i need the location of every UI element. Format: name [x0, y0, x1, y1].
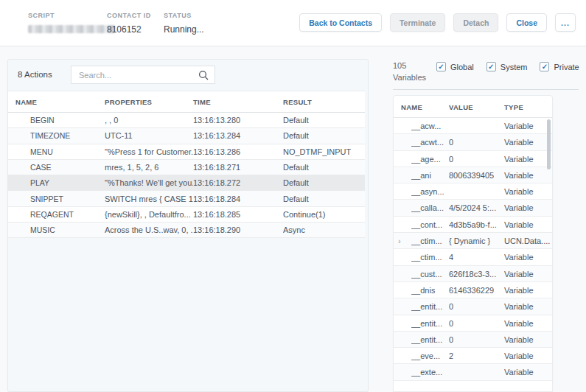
action-row[interactable]: SNIPPETSWITCH mres { CASE 1 {...13:16:18… — [8, 191, 365, 206]
filter-system[interactable]: ✓System — [486, 62, 528, 71]
variable-cell: __cust... — [411, 270, 442, 279]
actions-table-header: NAME PROPERTIES TIME RESULT — [8, 91, 365, 113]
variables-filters: ✓Global✓System✓Private — [436, 62, 579, 71]
variable-row[interactable]: __ani8006339405Variable — [394, 167, 552, 183]
variable-cell: Variable — [504, 270, 534, 279]
more-options-button[interactable]: ... — [555, 13, 576, 32]
action-cell: MENU — [8, 147, 105, 156]
script-label: SCRIPT — [28, 12, 115, 19]
variable-cell: __ani — [411, 171, 431, 180]
column-header-result: RESULT — [283, 98, 365, 106]
variable-cell: __cont... — [411, 220, 442, 229]
actions-count: 8 Actions — [18, 70, 52, 79]
variable-cell: __asyn... — [411, 187, 444, 196]
variable-cell: __eve... — [411, 351, 440, 360]
variable-cell: 6146336229 — [449, 286, 494, 295]
variable-cell: 626f18c3-3... — [449, 270, 496, 279]
variable-row[interactable]: __entit...0Variable — [394, 315, 552, 332]
action-cell: Continue(1) — [283, 210, 365, 219]
variable-row[interactable]: __exte...Variable — [394, 364, 552, 380]
variable-row[interactable]: __eve...2Variable — [394, 348, 552, 364]
variable-row[interactable]: __asyn...Variable — [394, 183, 552, 200]
variable-row[interactable]: __entit...0Variable — [394, 298, 552, 315]
variable-row[interactable]: __ctim...4Variable — [394, 249, 552, 265]
variable-cell: __entit... — [411, 302, 442, 311]
action-cell: CASE — [8, 163, 105, 172]
variable-cell: __calla... — [411, 203, 444, 212]
variable-row[interactable]: __calla...4/5/2024 5:...Variable — [394, 200, 552, 216]
variable-cell: Variable — [504, 335, 534, 344]
variable-row[interactable]: ›__ctim...{ Dynamic }UCN.Data.... — [394, 233, 552, 249]
action-cell: "%Press 1 for Customer... — [105, 147, 193, 156]
variable-row[interactable]: __acwt...0Variable — [394, 134, 552, 150]
filter-label: Global — [450, 63, 474, 71]
checkbox-icon[interactable]: ✓ — [486, 62, 496, 71]
variable-cell: Variable — [504, 155, 534, 164]
variable-row[interactable]: __cust...626f18c3-3...Variable — [394, 266, 552, 282]
variable-cell: Variable — [504, 171, 534, 180]
filter-label: Private — [554, 63, 579, 71]
script-name-redacted — [28, 25, 115, 33]
action-row[interactable]: MUSICAcross the U.S..wav, 0, ...13:16:18… — [8, 223, 365, 238]
variable-cell: __age... — [411, 155, 441, 164]
variable-cell: 0 — [449, 319, 453, 328]
status-label: STATUS — [164, 12, 204, 19]
terminate-button[interactable]: Terminate — [390, 13, 445, 32]
close-button[interactable]: Close — [506, 13, 547, 32]
status-value: Running... — [164, 24, 204, 35]
checkbox-icon[interactable]: ✓ — [436, 62, 446, 71]
variables-count: 105 Variables — [393, 60, 426, 84]
column-header-time: TIME — [193, 98, 283, 106]
variable-row[interactable]: __age...0Variable — [394, 151, 552, 167]
action-row[interactable]: TIMEZONEUTC-1113:16:13.284Default — [8, 128, 365, 144]
column-header-value: VALUE — [449, 103, 473, 111]
variable-cell: 0 — [449, 155, 453, 164]
variable-cell: __ctim... — [411, 253, 442, 262]
variable-cell: __acw... — [411, 122, 441, 130]
actions-toolbar: 8 Actions — [8, 60, 368, 91]
action-cell: SWITCH mres { CASE 1 {... — [105, 195, 193, 203]
action-row[interactable]: BEGIN, , 013:16:13.280Default — [8, 113, 365, 128]
variable-cell: __acwt... — [411, 138, 444, 147]
scrollbar-thumb[interactable] — [547, 119, 551, 169]
expand-chevron-icon[interactable]: › — [398, 237, 401, 245]
action-cell: UTC-11 — [105, 131, 193, 140]
action-cell: "%Thanks! We'll get you... — [105, 178, 193, 187]
variables-table-header: NAME VALUE TYPE — [394, 96, 552, 118]
variable-cell: 4d3b5a9b-f... — [449, 220, 497, 229]
action-cell: 13:16:13.286 — [193, 147, 283, 156]
action-cell: {newSkill}, , Defaultfro... — [105, 210, 193, 219]
checkbox-icon[interactable]: ✓ — [540, 62, 549, 71]
search-input[interactable] — [77, 70, 198, 80]
variable-row[interactable]: __acw...Variable — [394, 118, 552, 134]
variables-count-number: 105 — [393, 60, 426, 72]
variables-table-body: __acw...Variable__acwt...0Variable__age.… — [394, 118, 552, 381]
back-to-contacts-button[interactable]: Back to Contacts — [299, 13, 382, 32]
variable-cell: Variable — [504, 138, 534, 147]
filter-private[interactable]: ✓Private — [540, 62, 579, 71]
detach-button[interactable]: Detach — [453, 13, 498, 32]
actions-search[interactable] — [71, 66, 215, 84]
variables-count-word: Variables — [393, 72, 426, 84]
variable-cell: 2 — [449, 351, 453, 360]
action-cell: TIMEZONE — [8, 131, 105, 140]
variable-cell: Variable — [504, 122, 534, 130]
action-cell: , , 0 — [105, 116, 193, 125]
action-cell: Default — [283, 195, 365, 203]
action-row[interactable]: PLAY"%Thanks! We'll get you...13:16:18.2… — [8, 175, 365, 191]
filter-global[interactable]: ✓Global — [436, 62, 474, 71]
variable-cell: Variable — [504, 220, 534, 229]
action-cell: REQAGENT — [8, 210, 105, 219]
actions-table-body: BEGIN, , 013:16:13.280DefaultTIMEZONEUTC… — [8, 113, 368, 238]
column-header-properties: PROPERTIES — [105, 98, 193, 106]
variable-row[interactable]: __cont...4d3b5a9b-f...Variable — [394, 217, 552, 233]
action-row[interactable]: REQAGENT{newSkill}, , Defaultfro...13:16… — [8, 207, 365, 223]
variable-row[interactable]: __entit...0Variable — [394, 332, 552, 348]
variable-row[interactable]: __dnis6146336229Variable — [394, 282, 552, 298]
variable-cell: Variable — [504, 351, 534, 360]
variables-panel: NAME VALUE TYPE __acw...Variable__acwt..… — [393, 95, 553, 392]
action-row[interactable]: MENU"%Press 1 for Customer...13:16:13.28… — [8, 144, 365, 160]
action-row[interactable]: CASEmres, 1, 5, 2, 613:16:18.271Default — [8, 160, 365, 175]
variable-cell: Variable — [504, 302, 534, 311]
variables-divider — [393, 89, 579, 90]
